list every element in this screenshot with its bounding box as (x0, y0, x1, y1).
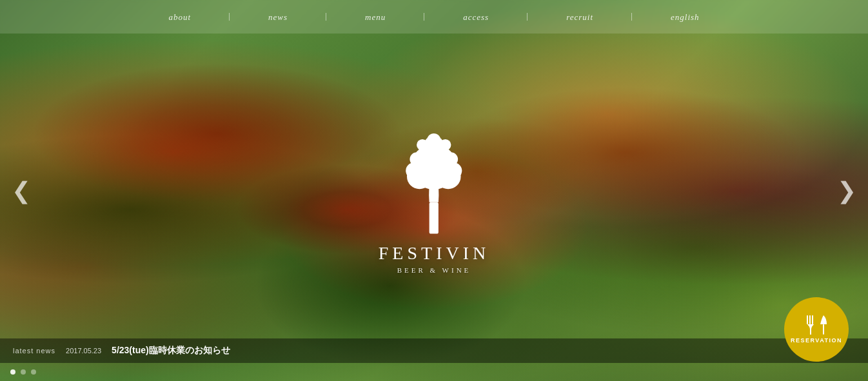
slide-dot-3[interactable] (31, 369, 36, 375)
news-bar: latest news 2017.05.23 5/23(tue)臨時休業のお知ら… (0, 338, 868, 363)
svg-rect-21 (812, 315, 813, 324)
fork-icon (806, 315, 815, 335)
next-slide-button[interactable]: ❯ (831, 173, 863, 209)
chevron-left-icon: ❮ (12, 177, 31, 204)
prev-slide-button[interactable]: ❮ (5, 173, 37, 209)
svg-rect-0 (429, 202, 439, 233)
slide-dot-2[interactable] (21, 369, 26, 375)
news-label: latest news (13, 347, 55, 355)
nav-item-menu[interactable]: menu (326, 11, 424, 23)
brand-name: FESTIVIN (379, 243, 489, 264)
svg-point-17 (410, 152, 424, 166)
chevron-right-icon: ❯ (837, 177, 856, 204)
nav-link-menu[interactable]: menu (365, 12, 386, 22)
center-logo: FESTIVIN BEER & WINE (379, 133, 489, 274)
brand-subtitle: BEER & WINE (379, 266, 489, 274)
nav-link-news[interactable]: news (268, 12, 288, 22)
svg-point-14 (417, 139, 428, 150)
nav-links: about news menu access recruit english (130, 11, 738, 23)
nav-link-english[interactable]: english (671, 12, 700, 22)
hero-section: about news menu access recruit english ❮… (0, 0, 868, 381)
news-text: 5/23(tue)臨時休業のお知らせ (112, 345, 230, 357)
nav-item-news[interactable]: news (230, 11, 326, 23)
nav-item-english[interactable]: english (632, 11, 738, 23)
svg-rect-20 (809, 315, 811, 324)
svg-point-18 (444, 152, 458, 166)
svg-rect-19 (807, 315, 808, 324)
slide-indicators (10, 369, 36, 375)
knife-icon (820, 315, 827, 335)
news-date: 2017.05.23 (66, 347, 101, 355)
nav-link-about[interactable]: about (168, 12, 191, 22)
navbar: about news menu access recruit english (0, 0, 868, 34)
reservation-icons (806, 315, 827, 335)
nav-item-recruit[interactable]: recruit (528, 11, 632, 23)
svg-point-16 (427, 133, 440, 147)
reservation-label: RESERVATION (791, 337, 842, 344)
tree-logo-icon (395, 133, 473, 237)
nav-link-access[interactable]: access (463, 12, 489, 22)
svg-rect-22 (823, 324, 824, 335)
slide-dot-1[interactable] (10, 369, 15, 375)
nav-item-about[interactable]: about (130, 11, 230, 23)
svg-point-15 (440, 139, 451, 150)
nav-link-recruit[interactable]: recruit (566, 12, 593, 22)
nav-item-access[interactable]: access (424, 11, 528, 23)
reservation-button[interactable]: RESERVATION (784, 297, 849, 362)
